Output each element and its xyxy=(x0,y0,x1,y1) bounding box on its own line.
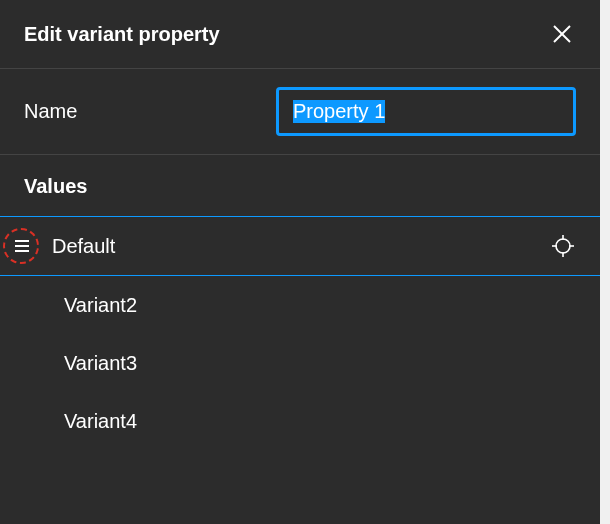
target-icon xyxy=(551,234,575,258)
value-row[interactable]: Variant3 xyxy=(0,334,600,392)
value-label: Variant4 xyxy=(64,410,576,433)
edit-variant-panel: Edit variant property Name Values xyxy=(0,0,600,524)
values-list: Default Variant2 Variant3 xyxy=(0,216,600,450)
panel-title: Edit variant property xyxy=(24,23,220,46)
name-section: Name xyxy=(0,69,600,155)
drag-icon xyxy=(15,240,29,252)
value-row[interactable]: Variant2 xyxy=(0,276,600,334)
name-label: Name xyxy=(24,100,77,123)
svg-point-2 xyxy=(556,239,570,253)
values-section: Values Default xyxy=(0,155,600,450)
value-label: Variant3 xyxy=(64,352,576,375)
property-name-input[interactable] xyxy=(276,87,576,136)
value-row[interactable]: Variant4 xyxy=(0,392,600,450)
target-button[interactable] xyxy=(550,233,576,259)
values-label: Values xyxy=(24,175,576,198)
close-button[interactable] xyxy=(548,20,576,48)
value-row[interactable]: Default xyxy=(0,216,600,276)
close-icon xyxy=(551,23,573,45)
value-label: Variant2 xyxy=(64,294,576,317)
value-label: Default xyxy=(52,235,550,258)
drag-handle[interactable] xyxy=(12,236,32,256)
panel-header: Edit variant property xyxy=(0,0,600,69)
